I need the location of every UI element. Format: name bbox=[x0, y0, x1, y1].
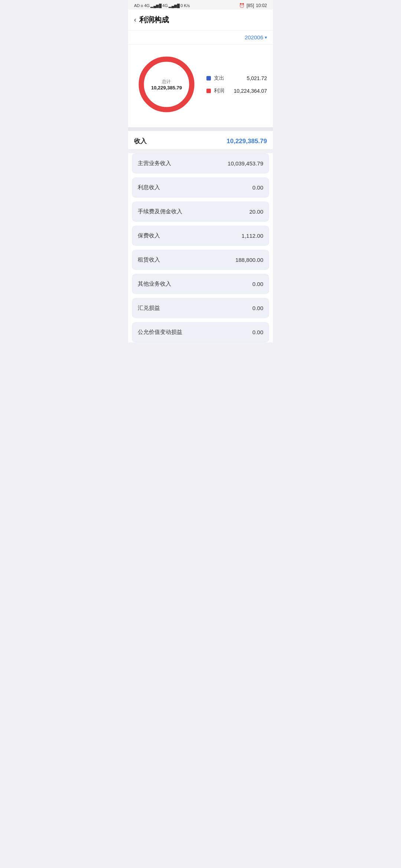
income-label: 收入 bbox=[134, 137, 147, 145]
legend-label: 支出 bbox=[214, 75, 224, 82]
signal-icons: 4G ▂▄▆█ 4G ▂▄▆█ 0 K/s bbox=[144, 3, 190, 8]
item-name: 汇兑损益 bbox=[138, 305, 160, 312]
legend-value: 10,224,364.07 bbox=[234, 88, 267, 94]
item-value: 0.00 bbox=[252, 184, 263, 191]
battery-indicator: [85] bbox=[247, 3, 254, 8]
table-row[interactable]: 公允价值变动损益 0.00 bbox=[132, 322, 269, 342]
legend-dot bbox=[206, 76, 211, 80]
legend-label: 利润 bbox=[214, 88, 224, 94]
table-row[interactable]: 主营业务收入 10,039,453.79 bbox=[132, 153, 269, 174]
item-name: 手续费及佣金收入 bbox=[138, 208, 182, 215]
legend-dot bbox=[206, 89, 211, 93]
legend-value: 5,021.72 bbox=[247, 75, 267, 81]
table-row[interactable]: 利息收入 0.00 bbox=[132, 177, 269, 198]
item-name: 租赁收入 bbox=[138, 256, 160, 263]
donut-chart: 总计 10,229,385.79 bbox=[134, 52, 199, 117]
item-value: 10,039,453.79 bbox=[228, 160, 263, 167]
item-name: 主营业务收入 bbox=[138, 160, 171, 167]
chart-legend: 支出 5,021.72 利润 10,224,364.07 bbox=[199, 75, 267, 94]
chevron-down-icon: ▾ bbox=[265, 35, 267, 40]
chart-section: 总计 10,229,385.79 支出 5,021.72 利润 10,224,3… bbox=[128, 45, 273, 127]
status-ad: AD o bbox=[134, 3, 143, 8]
item-value: 0.00 bbox=[252, 305, 263, 311]
donut-center-value: 10,229,385.79 bbox=[151, 85, 182, 91]
item-value: 0.00 bbox=[252, 281, 263, 287]
table-row[interactable]: 租赁收入 188,800.00 bbox=[132, 250, 269, 270]
item-name: 保费收入 bbox=[138, 232, 160, 239]
table-row[interactable]: 手续费及佣金收入 20.00 bbox=[132, 201, 269, 222]
items-list: 主营业务收入 10,039,453.79 利息收入 0.00 手续费及佣金收入 … bbox=[128, 153, 273, 342]
income-total-value: 10,229,385.79 bbox=[226, 138, 267, 145]
item-value: 188,800.00 bbox=[235, 257, 263, 263]
donut-center: 总计 10,229,385.79 bbox=[151, 79, 182, 91]
item-name: 利息收入 bbox=[138, 184, 160, 191]
period-selector: 202006 ▾ bbox=[128, 30, 273, 45]
status-right: ⏰ [85] 10:02 bbox=[239, 3, 267, 8]
item-value: 1,112.00 bbox=[242, 233, 263, 239]
status-bar: AD o 4G ▂▄▆█ 4G ▂▄▆█ 0 K/s ⏰ [85] 10:02 bbox=[128, 0, 273, 10]
status-left: AD o 4G ▂▄▆█ 4G ▂▄▆█ 0 K/s bbox=[134, 3, 190, 8]
nav-bar: ‹ 利润构成 bbox=[128, 10, 273, 30]
item-value: 20.00 bbox=[249, 208, 263, 215]
table-row[interactable]: 其他业务收入 0.00 bbox=[132, 274, 269, 294]
period-dropdown[interactable]: 202006 ▾ bbox=[245, 34, 267, 40]
section-divider bbox=[128, 127, 273, 131]
legend-item: 利润 10,224,364.07 bbox=[206, 88, 267, 94]
table-row[interactable]: 汇兑损益 0.00 bbox=[132, 298, 269, 318]
time-display: 10:02 bbox=[256, 3, 267, 8]
donut-center-label: 总计 bbox=[151, 79, 182, 85]
period-value: 202006 bbox=[245, 34, 263, 40]
page-title: 利润构成 bbox=[139, 15, 169, 25]
item-value: 0.00 bbox=[252, 329, 263, 335]
item-name: 公允价值变动损益 bbox=[138, 329, 182, 336]
item-name: 其他业务收入 bbox=[138, 280, 171, 287]
back-button[interactable]: ‹ bbox=[134, 16, 136, 24]
legend-item: 支出 5,021.72 bbox=[206, 75, 267, 82]
alarm-icon: ⏰ bbox=[239, 3, 245, 8]
table-row[interactable]: 保费收入 1,112.00 bbox=[132, 226, 269, 246]
income-header: 收入 10,229,385.79 bbox=[128, 131, 273, 149]
